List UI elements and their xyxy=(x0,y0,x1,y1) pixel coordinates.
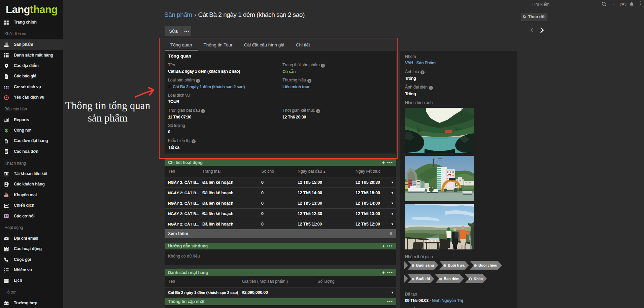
svg-text:$: $ xyxy=(5,128,8,133)
